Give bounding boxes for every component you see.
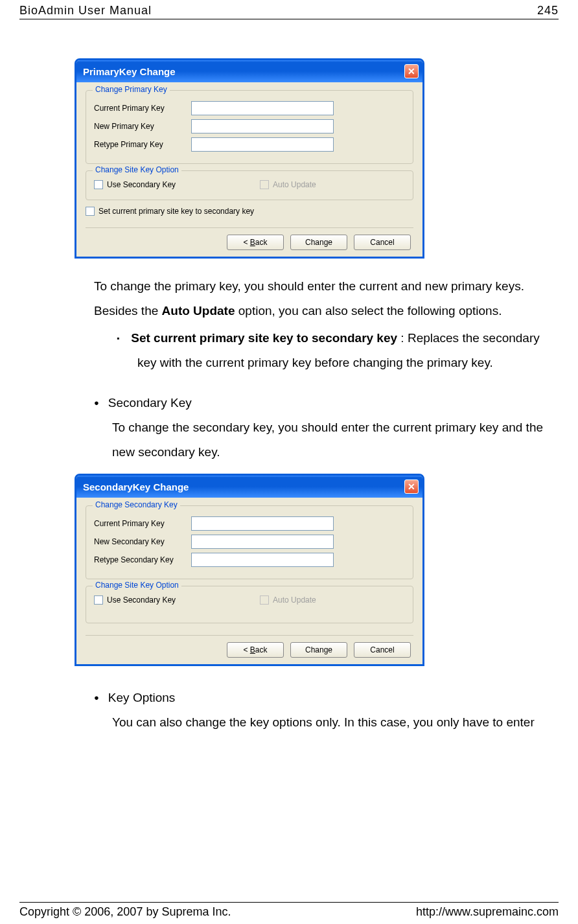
- change-site-key-option-group: Change Site Key Option Use Secondary Key…: [86, 170, 413, 200]
- option-row: Auto Update: [260, 595, 316, 605]
- form-row: Retype Secondary Key: [94, 553, 405, 567]
- groupbox-legend: Change Site Key Option: [93, 581, 181, 590]
- dialog-body: Change Primary Key Current Primary Key N…: [76, 82, 422, 257]
- current-primary-key-label: Current Primary Key: [94, 519, 191, 528]
- form-row: Retype Primary Key: [94, 137, 405, 152]
- current-primary-key-label: Current Primary Key: [94, 104, 191, 113]
- back-button[interactable]: < Back: [227, 235, 284, 250]
- retype-secondary-key-input[interactable]: [191, 553, 334, 567]
- auto-update-checkbox: [260, 180, 269, 189]
- change-secondary-key-group: Change Secondary Key Current Primary Key…: [86, 505, 413, 579]
- bullet-list: Key Options: [94, 686, 552, 710]
- footer-rule: [19, 902, 559, 903]
- groupbox-legend: Change Secondary Key: [93, 500, 180, 509]
- form-row: Current Primary Key: [94, 101, 405, 115]
- page-number: 245: [537, 4, 559, 17]
- new-secondary-key-label: New Secondary Key: [94, 537, 191, 546]
- list-item: Set current primary site key to secondar…: [117, 326, 552, 375]
- button-row: < Back Change Cancel: [86, 235, 413, 250]
- separator: [86, 227, 413, 228]
- option-row: Use Secondary Key: [94, 595, 176, 605]
- form-row: New Secondary Key: [94, 535, 405, 549]
- close-icon[interactable]: ✕: [404, 64, 419, 78]
- option-row: Set current primary site key to secondar…: [86, 207, 413, 216]
- primary-key-dialog: PrimaryKey Change ✕ Change Primary Key C…: [75, 58, 424, 259]
- set-secondary-label: Set current primary site key to secondar…: [98, 207, 254, 216]
- back-button[interactable]: < Back: [227, 642, 284, 658]
- change-button[interactable]: Change: [290, 235, 347, 250]
- dialog-title: PrimaryKey Change: [83, 66, 176, 77]
- use-secondary-key-checkbox[interactable]: [94, 595, 103, 605]
- change-primary-key-group: Change Primary Key Current Primary Key N…: [86, 90, 413, 164]
- separator: [86, 635, 413, 636]
- paragraph: To change the secondary key, you should …: [112, 415, 552, 465]
- set-secondary-checkbox[interactable]: [86, 207, 95, 216]
- new-primary-key-label: New Primary Key: [94, 122, 191, 131]
- page-header: BioAdmin User Manual 245: [0, 0, 578, 19]
- new-primary-key-input[interactable]: [191, 119, 334, 133]
- retype-secondary-key-label: Retype Secondary Key: [94, 555, 191, 564]
- button-row: < Back Change Cancel: [86, 642, 413, 658]
- current-primary-key-input[interactable]: [191, 516, 334, 531]
- secondary-key-heading: Secondary Key: [94, 391, 552, 415]
- bold-auto-update: Auto Update: [162, 304, 235, 318]
- groupbox-legend: Change Site Key Option: [93, 165, 181, 174]
- auto-update-checkbox: [260, 595, 269, 605]
- form-row: Current Primary Key: [94, 516, 405, 531]
- cancel-button[interactable]: Cancel: [354, 642, 411, 658]
- footer-url: http://www.supremainc.com: [416, 905, 559, 919]
- change-button[interactable]: Change: [290, 642, 347, 658]
- groupbox-legend: Change Primary Key: [93, 85, 170, 94]
- use-secondary-key-label: Use Secondary Key: [107, 180, 176, 189]
- retype-primary-key-label: Retype Primary Key: [94, 140, 191, 149]
- auto-update-label: Auto Update: [273, 595, 316, 605]
- paragraph: To change the primary key, you should en…: [94, 274, 552, 323]
- new-secondary-key-input[interactable]: [191, 535, 334, 549]
- close-icon[interactable]: ✕: [404, 479, 419, 494]
- option-row: Auto Update: [260, 180, 316, 189]
- bullet-list: Secondary Key: [94, 391, 552, 415]
- change-site-key-option-group: Change Site Key Option Use Secondary Key…: [86, 586, 413, 623]
- dialog-titlebar: SecondaryKey Change ✕: [76, 476, 422, 498]
- dialog-titlebar: PrimaryKey Change ✕: [76, 60, 422, 82]
- key-options-heading: Key Options: [94, 686, 552, 710]
- secondary-key-dialog: SecondaryKey Change ✕ Change Secondary K…: [75, 474, 424, 666]
- auto-update-label: Auto Update: [273, 180, 316, 189]
- current-primary-key-input[interactable]: [191, 101, 334, 115]
- cancel-button[interactable]: Cancel: [354, 235, 411, 250]
- bullet-list: Set current primary site key to secondar…: [117, 326, 552, 375]
- option-row: Use Secondary Key: [94, 180, 176, 189]
- page-footer: Copyright © 2006, 2007 by Suprema Inc. h…: [19, 902, 559, 919]
- retype-primary-key-input[interactable]: [191, 137, 334, 152]
- copyright-text: Copyright © 2006, 2007 by Suprema Inc.: [19, 905, 231, 919]
- dialog-title: SecondaryKey Change: [83, 481, 189, 492]
- paragraph: You can also change the key options only…: [112, 710, 552, 735]
- bold-set-secondary: Set current primary site key to secondar…: [131, 331, 397, 345]
- header-title: BioAdmin User Manual: [19, 4, 152, 17]
- form-row: New Primary Key: [94, 119, 405, 133]
- use-secondary-key-label: Use Secondary Key: [107, 595, 176, 605]
- content-area: PrimaryKey Change ✕ Change Primary Key C…: [0, 19, 578, 748]
- dialog-body: Change Secondary Key Current Primary Key…: [76, 498, 422, 664]
- use-secondary-key-checkbox[interactable]: [94, 180, 103, 189]
